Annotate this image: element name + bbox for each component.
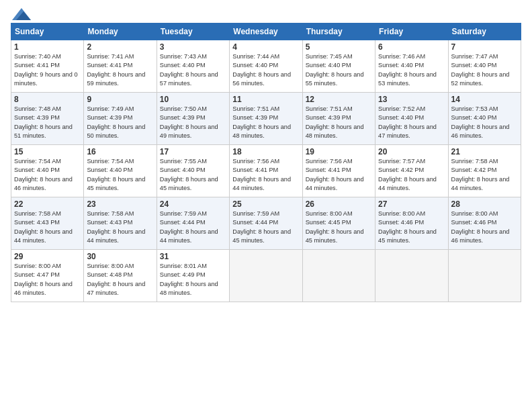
col-header-monday: Monday: [84, 24, 157, 40]
day-cell: 9 Sunrise: 7:49 AMSunset: 4:39 PMDayligh…: [84, 93, 157, 145]
col-header-saturday: Saturday: [448, 24, 521, 40]
logo: [11, 8, 31, 17]
day-cell: 5 Sunrise: 7:45 AMSunset: 4:40 PMDayligh…: [302, 40, 375, 93]
day-info: Sunrise: 7:58 AMSunset: 4:42 PMDaylight:…: [451, 158, 510, 191]
day-cell: 3 Sunrise: 7:43 AMSunset: 4:40 PMDayligh…: [157, 40, 229, 93]
day-info: Sunrise: 7:48 AMSunset: 4:39 PMDaylight:…: [14, 105, 73, 139]
day-number: 17: [160, 147, 226, 156]
day-info: Sunrise: 7:56 AMSunset: 4:41 PMDaylight:…: [232, 158, 291, 191]
day-cell: 4 Sunrise: 7:44 AMSunset: 4:40 PMDayligh…: [230, 40, 302, 93]
day-info: Sunrise: 7:56 AMSunset: 4:41 PMDaylight:…: [306, 158, 364, 191]
day-cell: [448, 250, 521, 302]
day-info: Sunrise: 7:59 AMSunset: 4:44 PMDaylight:…: [160, 210, 218, 244]
day-number: 2: [87, 42, 153, 52]
day-cell: 29 Sunrise: 8:00 AMSunset: 4:47 PMDaylig…: [11, 250, 84, 302]
logo-icon: [12, 8, 31, 20]
day-number: 11: [232, 95, 299, 104]
day-info: Sunrise: 7:49 AMSunset: 4:39 PMDaylight:…: [87, 105, 145, 139]
day-number: 31: [160, 252, 226, 261]
day-number: 14: [451, 95, 518, 104]
day-cell: 24 Sunrise: 7:59 AMSunset: 4:44 PMDaylig…: [157, 197, 229, 250]
col-header-thursday: Thursday: [302, 24, 375, 40]
day-cell: 17 Sunrise: 7:55 AMSunset: 4:40 PMDaylig…: [157, 145, 229, 197]
week-row-3: 15 Sunrise: 7:54 AMSunset: 4:40 PMDaylig…: [11, 145, 521, 197]
day-cell: 22 Sunrise: 7:58 AMSunset: 4:43 PMDaylig…: [11, 197, 84, 250]
day-number: 10: [160, 95, 226, 104]
day-number: 4: [232, 42, 299, 52]
day-cell: 6 Sunrise: 7:46 AMSunset: 4:40 PMDayligh…: [375, 40, 448, 93]
day-number: 16: [87, 147, 153, 156]
week-row-2: 8 Sunrise: 7:48 AMSunset: 4:39 PMDayligh…: [11, 93, 521, 145]
day-number: 7: [451, 42, 518, 52]
day-cell: 7 Sunrise: 7:47 AMSunset: 4:40 PMDayligh…: [448, 40, 521, 93]
day-number: 6: [378, 42, 445, 52]
header-row: SundayMondayTuesdayWednesdayThursdayFrid…: [11, 24, 521, 40]
day-cell: [302, 250, 375, 302]
week-row-1: 1 Sunrise: 7:40 AMSunset: 4:41 PMDayligh…: [11, 40, 521, 93]
day-info: Sunrise: 7:54 AMSunset: 4:40 PMDaylight:…: [14, 158, 73, 191]
day-info: Sunrise: 8:00 AMSunset: 4:45 PMDaylight:…: [306, 210, 364, 244]
day-info: Sunrise: 7:57 AMSunset: 4:42 PMDaylight:…: [378, 158, 437, 191]
day-number: 24: [160, 199, 226, 209]
col-header-sunday: Sunday: [11, 24, 84, 40]
day-info: Sunrise: 7:41 AMSunset: 4:41 PMDaylight:…: [87, 53, 145, 87]
day-cell: 10 Sunrise: 7:50 AMSunset: 4:39 PMDaylig…: [157, 93, 229, 145]
day-number: 23: [87, 199, 153, 209]
col-header-friday: Friday: [375, 24, 448, 40]
day-cell: 13 Sunrise: 7:52 AMSunset: 4:40 PMDaylig…: [375, 93, 448, 145]
day-cell: 30 Sunrise: 8:00 AMSunset: 4:48 PMDaylig…: [84, 250, 157, 302]
day-number: 18: [232, 147, 299, 156]
day-number: 13: [378, 95, 445, 104]
main-container: SundayMondayTuesdayWednesdayThursdayFrid…: [0, 0, 532, 308]
day-info: Sunrise: 7:58 AMSunset: 4:43 PMDaylight:…: [87, 210, 145, 244]
day-info: Sunrise: 7:46 AMSunset: 4:40 PMDaylight:…: [378, 53, 437, 87]
day-cell: 31 Sunrise: 8:01 AMSunset: 4:49 PMDaylig…: [157, 250, 229, 302]
day-cell: 27 Sunrise: 8:00 AMSunset: 4:46 PMDaylig…: [375, 197, 448, 250]
day-number: 26: [306, 199, 372, 209]
day-cell: 28 Sunrise: 8:00 AMSunset: 4:46 PMDaylig…: [448, 197, 521, 250]
day-cell: 26 Sunrise: 8:00 AMSunset: 4:45 PMDaylig…: [302, 197, 375, 250]
day-info: Sunrise: 7:50 AMSunset: 4:39 PMDaylight:…: [160, 105, 218, 139]
day-cell: 2 Sunrise: 7:41 AMSunset: 4:41 PMDayligh…: [84, 40, 157, 93]
day-number: 19: [306, 147, 372, 156]
day-info: Sunrise: 8:00 AMSunset: 4:46 PMDaylight:…: [378, 210, 437, 244]
day-number: 30: [87, 252, 153, 261]
day-number: 3: [160, 42, 226, 52]
day-info: Sunrise: 8:00 AMSunset: 4:47 PMDaylight:…: [14, 263, 73, 296]
day-info: Sunrise: 7:43 AMSunset: 4:40 PMDaylight:…: [160, 53, 218, 87]
week-row-5: 29 Sunrise: 8:00 AMSunset: 4:47 PMDaylig…: [11, 250, 521, 302]
day-info: Sunrise: 7:53 AMSunset: 4:40 PMDaylight:…: [451, 105, 510, 139]
day-number: 9: [87, 95, 153, 104]
col-header-wednesday: Wednesday: [230, 24, 302, 40]
day-number: 25: [232, 199, 299, 209]
day-info: Sunrise: 7:44 AMSunset: 4:40 PMDaylight:…: [232, 53, 291, 87]
day-info: Sunrise: 8:00 AMSunset: 4:46 PMDaylight:…: [451, 210, 510, 244]
day-cell: 16 Sunrise: 7:54 AMSunset: 4:40 PMDaylig…: [84, 145, 157, 197]
day-cell: 14 Sunrise: 7:53 AMSunset: 4:40 PMDaylig…: [448, 93, 521, 145]
day-info: Sunrise: 8:01 AMSunset: 4:49 PMDaylight:…: [160, 263, 218, 296]
col-header-tuesday: Tuesday: [157, 24, 229, 40]
day-info: Sunrise: 7:51 AMSunset: 4:39 PMDaylight:…: [232, 105, 291, 139]
day-number: 15: [14, 147, 81, 156]
day-info: Sunrise: 7:59 AMSunset: 4:44 PMDaylight:…: [232, 210, 291, 244]
day-info: Sunrise: 7:54 AMSunset: 4:40 PMDaylight:…: [87, 158, 145, 191]
day-number: 12: [306, 95, 372, 104]
day-cell: 15 Sunrise: 7:54 AMSunset: 4:40 PMDaylig…: [11, 145, 84, 197]
day-info: Sunrise: 7:51 AMSunset: 4:39 PMDaylight:…: [306, 105, 364, 139]
day-cell: 21 Sunrise: 7:58 AMSunset: 4:42 PMDaylig…: [448, 145, 521, 197]
day-number: 20: [378, 147, 445, 156]
day-cell: 25 Sunrise: 7:59 AMSunset: 4:44 PMDaylig…: [230, 197, 302, 250]
day-cell: [375, 250, 448, 302]
day-cell: 12 Sunrise: 7:51 AMSunset: 4:39 PMDaylig…: [302, 93, 375, 145]
day-cell: [230, 250, 302, 302]
day-number: 1: [14, 42, 81, 52]
day-number: 28: [451, 199, 518, 209]
day-cell: 8 Sunrise: 7:48 AMSunset: 4:39 PMDayligh…: [11, 93, 84, 145]
day-info: Sunrise: 7:40 AMSunset: 4:41 PMDaylight:…: [14, 53, 78, 87]
day-number: 22: [14, 199, 81, 209]
day-info: Sunrise: 7:47 AMSunset: 4:40 PMDaylight:…: [451, 53, 510, 87]
day-cell: 20 Sunrise: 7:57 AMSunset: 4:42 PMDaylig…: [375, 145, 448, 197]
day-info: Sunrise: 7:45 AMSunset: 4:40 PMDaylight:…: [306, 53, 364, 87]
header: [11, 8, 521, 17]
day-info: Sunrise: 7:52 AMSunset: 4:40 PMDaylight:…: [378, 105, 437, 139]
